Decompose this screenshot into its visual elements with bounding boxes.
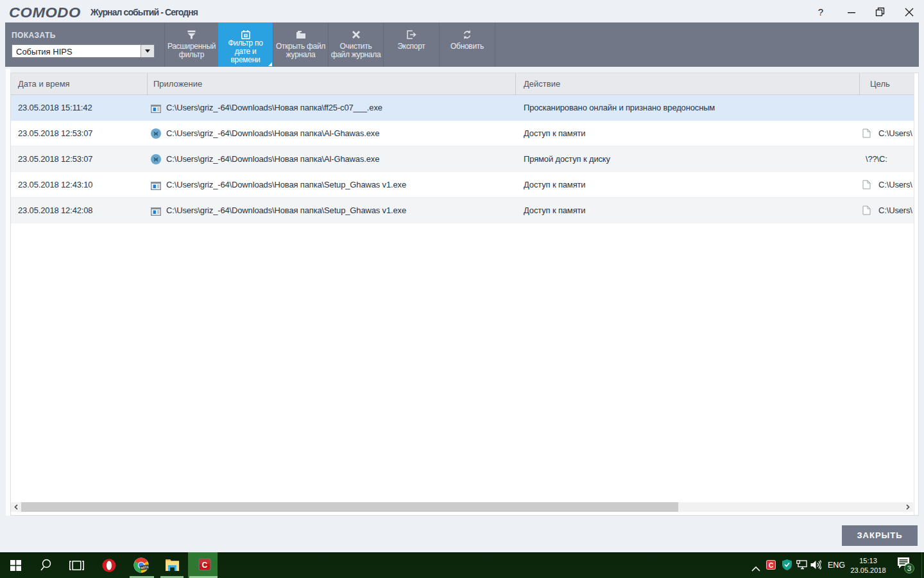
svg-text:?: ? [818,7,823,17]
svg-text:C: C [769,562,773,569]
svg-text:3: 3 [907,565,911,572]
svg-text:C: C [202,561,208,570]
